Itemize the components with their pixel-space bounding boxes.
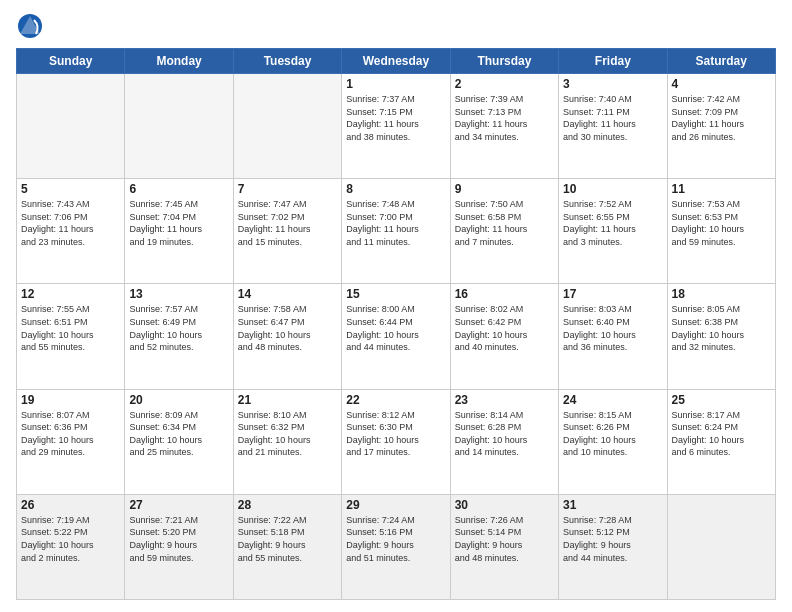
calendar-cell: 29Sunrise: 7:24 AM Sunset: 5:16 PM Dayli… xyxy=(342,494,450,599)
day-number: 17 xyxy=(563,287,662,301)
day-info: Sunrise: 7:22 AM Sunset: 5:18 PM Dayligh… xyxy=(238,514,337,564)
weekday-header-saturday: Saturday xyxy=(667,49,775,74)
calendar-cell: 19Sunrise: 8:07 AM Sunset: 6:36 PM Dayli… xyxy=(17,389,125,494)
header xyxy=(16,12,776,40)
day-number: 18 xyxy=(672,287,771,301)
logo xyxy=(16,12,46,40)
logo-icon xyxy=(16,12,44,40)
day-info: Sunrise: 7:55 AM Sunset: 6:51 PM Dayligh… xyxy=(21,303,120,353)
day-info: Sunrise: 7:43 AM Sunset: 7:06 PM Dayligh… xyxy=(21,198,120,248)
calendar-table: SundayMondayTuesdayWednesdayThursdayFrid… xyxy=(16,48,776,600)
day-number: 10 xyxy=(563,182,662,196)
day-number: 27 xyxy=(129,498,228,512)
day-info: Sunrise: 8:05 AM Sunset: 6:38 PM Dayligh… xyxy=(672,303,771,353)
day-number: 6 xyxy=(129,182,228,196)
calendar-cell: 21Sunrise: 8:10 AM Sunset: 6:32 PM Dayli… xyxy=(233,389,341,494)
calendar-week-row: 1Sunrise: 7:37 AM Sunset: 7:15 PM Daylig… xyxy=(17,74,776,179)
calendar-cell: 2Sunrise: 7:39 AM Sunset: 7:13 PM Daylig… xyxy=(450,74,558,179)
calendar-cell: 16Sunrise: 8:02 AM Sunset: 6:42 PM Dayli… xyxy=(450,284,558,389)
day-number: 2 xyxy=(455,77,554,91)
day-info: Sunrise: 7:45 AM Sunset: 7:04 PM Dayligh… xyxy=(129,198,228,248)
day-info: Sunrise: 8:17 AM Sunset: 6:24 PM Dayligh… xyxy=(672,409,771,459)
day-info: Sunrise: 7:47 AM Sunset: 7:02 PM Dayligh… xyxy=(238,198,337,248)
day-number: 4 xyxy=(672,77,771,91)
day-number: 22 xyxy=(346,393,445,407)
day-number: 19 xyxy=(21,393,120,407)
calendar-cell: 24Sunrise: 8:15 AM Sunset: 6:26 PM Dayli… xyxy=(559,389,667,494)
day-info: Sunrise: 7:21 AM Sunset: 5:20 PM Dayligh… xyxy=(129,514,228,564)
calendar-cell xyxy=(233,74,341,179)
calendar-cell: 30Sunrise: 7:26 AM Sunset: 5:14 PM Dayli… xyxy=(450,494,558,599)
day-info: Sunrise: 7:58 AM Sunset: 6:47 PM Dayligh… xyxy=(238,303,337,353)
weekday-header-monday: Monday xyxy=(125,49,233,74)
calendar-cell: 4Sunrise: 7:42 AM Sunset: 7:09 PM Daylig… xyxy=(667,74,775,179)
calendar-cell: 25Sunrise: 8:17 AM Sunset: 6:24 PM Dayli… xyxy=(667,389,775,494)
day-info: Sunrise: 7:48 AM Sunset: 7:00 PM Dayligh… xyxy=(346,198,445,248)
day-info: Sunrise: 8:07 AM Sunset: 6:36 PM Dayligh… xyxy=(21,409,120,459)
calendar-cell: 31Sunrise: 7:28 AM Sunset: 5:12 PM Dayli… xyxy=(559,494,667,599)
day-number: 9 xyxy=(455,182,554,196)
calendar-cell: 12Sunrise: 7:55 AM Sunset: 6:51 PM Dayli… xyxy=(17,284,125,389)
day-info: Sunrise: 7:37 AM Sunset: 7:15 PM Dayligh… xyxy=(346,93,445,143)
calendar-cell: 10Sunrise: 7:52 AM Sunset: 6:55 PM Dayli… xyxy=(559,179,667,284)
day-number: 14 xyxy=(238,287,337,301)
day-info: Sunrise: 7:28 AM Sunset: 5:12 PM Dayligh… xyxy=(563,514,662,564)
calendar-cell: 5Sunrise: 7:43 AM Sunset: 7:06 PM Daylig… xyxy=(17,179,125,284)
day-info: Sunrise: 8:03 AM Sunset: 6:40 PM Dayligh… xyxy=(563,303,662,353)
calendar-cell: 15Sunrise: 8:00 AM Sunset: 6:44 PM Dayli… xyxy=(342,284,450,389)
day-info: Sunrise: 7:39 AM Sunset: 7:13 PM Dayligh… xyxy=(455,93,554,143)
calendar-cell: 14Sunrise: 7:58 AM Sunset: 6:47 PM Dayli… xyxy=(233,284,341,389)
day-number: 20 xyxy=(129,393,228,407)
calendar-cell: 27Sunrise: 7:21 AM Sunset: 5:20 PM Dayli… xyxy=(125,494,233,599)
calendar-cell: 20Sunrise: 8:09 AM Sunset: 6:34 PM Dayli… xyxy=(125,389,233,494)
day-number: 15 xyxy=(346,287,445,301)
calendar-week-row: 26Sunrise: 7:19 AM Sunset: 5:22 PM Dayli… xyxy=(17,494,776,599)
day-info: Sunrise: 7:50 AM Sunset: 6:58 PM Dayligh… xyxy=(455,198,554,248)
calendar-week-row: 12Sunrise: 7:55 AM Sunset: 6:51 PM Dayli… xyxy=(17,284,776,389)
calendar-cell: 17Sunrise: 8:03 AM Sunset: 6:40 PM Dayli… xyxy=(559,284,667,389)
day-number: 13 xyxy=(129,287,228,301)
weekday-header-sunday: Sunday xyxy=(17,49,125,74)
day-info: Sunrise: 8:02 AM Sunset: 6:42 PM Dayligh… xyxy=(455,303,554,353)
day-info: Sunrise: 7:42 AM Sunset: 7:09 PM Dayligh… xyxy=(672,93,771,143)
day-number: 29 xyxy=(346,498,445,512)
day-info: Sunrise: 7:26 AM Sunset: 5:14 PM Dayligh… xyxy=(455,514,554,564)
day-info: Sunrise: 8:12 AM Sunset: 6:30 PM Dayligh… xyxy=(346,409,445,459)
day-info: Sunrise: 8:09 AM Sunset: 6:34 PM Dayligh… xyxy=(129,409,228,459)
weekday-header-tuesday: Tuesday xyxy=(233,49,341,74)
day-info: Sunrise: 8:14 AM Sunset: 6:28 PM Dayligh… xyxy=(455,409,554,459)
day-number: 11 xyxy=(672,182,771,196)
day-number: 23 xyxy=(455,393,554,407)
day-number: 5 xyxy=(21,182,120,196)
day-number: 12 xyxy=(21,287,120,301)
day-info: Sunrise: 7:52 AM Sunset: 6:55 PM Dayligh… xyxy=(563,198,662,248)
day-info: Sunrise: 7:53 AM Sunset: 6:53 PM Dayligh… xyxy=(672,198,771,248)
calendar-cell: 3Sunrise: 7:40 AM Sunset: 7:11 PM Daylig… xyxy=(559,74,667,179)
day-info: Sunrise: 8:15 AM Sunset: 6:26 PM Dayligh… xyxy=(563,409,662,459)
weekday-header-thursday: Thursday xyxy=(450,49,558,74)
calendar-cell: 8Sunrise: 7:48 AM Sunset: 7:00 PM Daylig… xyxy=(342,179,450,284)
calendar-cell: 23Sunrise: 8:14 AM Sunset: 6:28 PM Dayli… xyxy=(450,389,558,494)
calendar-cell: 13Sunrise: 7:57 AM Sunset: 6:49 PM Dayli… xyxy=(125,284,233,389)
day-number: 3 xyxy=(563,77,662,91)
weekday-header-wednesday: Wednesday xyxy=(342,49,450,74)
calendar-cell: 9Sunrise: 7:50 AM Sunset: 6:58 PM Daylig… xyxy=(450,179,558,284)
calendar-cell: 11Sunrise: 7:53 AM Sunset: 6:53 PM Dayli… xyxy=(667,179,775,284)
day-number: 26 xyxy=(21,498,120,512)
calendar-cell xyxy=(125,74,233,179)
day-number: 8 xyxy=(346,182,445,196)
calendar-cell: 7Sunrise: 7:47 AM Sunset: 7:02 PM Daylig… xyxy=(233,179,341,284)
day-number: 24 xyxy=(563,393,662,407)
calendar-cell: 1Sunrise: 7:37 AM Sunset: 7:15 PM Daylig… xyxy=(342,74,450,179)
day-info: Sunrise: 7:40 AM Sunset: 7:11 PM Dayligh… xyxy=(563,93,662,143)
calendar-cell: 22Sunrise: 8:12 AM Sunset: 6:30 PM Dayli… xyxy=(342,389,450,494)
calendar-cell: 6Sunrise: 7:45 AM Sunset: 7:04 PM Daylig… xyxy=(125,179,233,284)
day-number: 28 xyxy=(238,498,337,512)
day-info: Sunrise: 8:00 AM Sunset: 6:44 PM Dayligh… xyxy=(346,303,445,353)
day-number: 16 xyxy=(455,287,554,301)
calendar-cell: 28Sunrise: 7:22 AM Sunset: 5:18 PM Dayli… xyxy=(233,494,341,599)
calendar-cell: 26Sunrise: 7:19 AM Sunset: 5:22 PM Dayli… xyxy=(17,494,125,599)
day-number: 21 xyxy=(238,393,337,407)
calendar-week-row: 19Sunrise: 8:07 AM Sunset: 6:36 PM Dayli… xyxy=(17,389,776,494)
day-number: 30 xyxy=(455,498,554,512)
